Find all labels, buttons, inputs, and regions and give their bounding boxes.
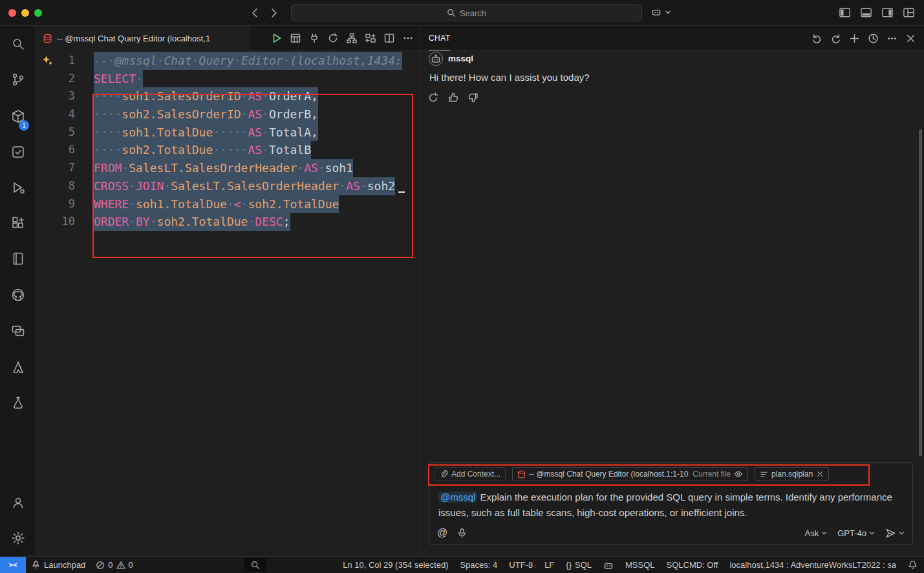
- notifications-bell-icon[interactable]: [908, 560, 918, 570]
- window-zoom-button[interactable]: [34, 9, 42, 17]
- eol-item[interactable]: LF: [544, 560, 554, 570]
- code-editor[interactable]: 1--·@mssql·Chat·Query·Editor·(localhost,…: [36, 51, 420, 556]
- mention-button[interactable]: @: [437, 527, 447, 539]
- remote-indicator[interactable]: ><: [0, 557, 26, 573]
- language-item[interactable]: {} SQL: [566, 560, 592, 570]
- layout-controls: [839, 6, 915, 19]
- remote-explorer-icon[interactable]: [10, 323, 26, 339]
- schema-icon[interactable]: [346, 32, 358, 44]
- search-command-center[interactable]: Search: [291, 5, 642, 21]
- search-label: Search: [460, 8, 486, 18]
- undo-icon[interactable]: [811, 33, 822, 44]
- code-text: SELECT·: [94, 70, 143, 88]
- braces-icon: {}: [566, 560, 572, 570]
- editor-tab[interactable]: -- @mssql Chat Query Editor (localhost,1: [36, 26, 250, 50]
- chat-tab-title[interactable]: CHAT: [429, 26, 450, 50]
- line-number: 2: [36, 70, 75, 88]
- search-icon: [447, 8, 456, 17]
- sqlcmd-status-item[interactable]: SQLCMD: Off: [667, 560, 718, 570]
- window-minimize-button[interactable]: [21, 9, 29, 17]
- ask-mode-dropdown[interactable]: Ask: [805, 528, 828, 538]
- mention-chip[interactable]: @mssql: [438, 492, 477, 503]
- thumbs-up-icon[interactable]: [447, 92, 459, 103]
- model-dropdown[interactable]: GPT-4o: [837, 528, 875, 538]
- customize-layout-icon[interactable]: [903, 6, 915, 19]
- navigate-back-icon[interactable]: [249, 6, 262, 19]
- navigate-forward-icon[interactable]: [267, 6, 280, 19]
- history-icon[interactable]: [868, 33, 879, 44]
- connection-status-item[interactable]: localhost,1434 : AdventureWorksLT2022 : …: [729, 560, 896, 570]
- launchpad-status-item[interactable]: Launchpad: [31, 560, 85, 570]
- status-search-button[interactable]: [244, 558, 266, 572]
- encoding-item[interactable]: UTF-8: [509, 560, 533, 570]
- mssql-avatar: [429, 52, 443, 66]
- chat-scrollbar[interactable]: [919, 129, 922, 456]
- ask-mode-label: Ask: [805, 528, 819, 538]
- database-file-icon: [43, 34, 52, 43]
- chat-input-toolbar: @ Ask GPT-4o: [429, 521, 912, 545]
- notebook-icon[interactable]: [10, 251, 26, 266]
- run-query-icon[interactable]: [271, 32, 283, 44]
- launchpad-rocket-icon: [31, 560, 41, 570]
- line-number: 10: [36, 213, 75, 231]
- toggle-panel-icon[interactable]: [860, 6, 872, 19]
- code-line-1[interactable]: 1--·@mssql·Chat·Query·Editor·(localhost,…: [36, 52, 420, 70]
- language-label: SQL: [575, 560, 592, 570]
- cursor-position-item[interactable]: Ln 10, Col 29 (354 selected): [343, 560, 448, 570]
- chat-panel-header: CHAT: [421, 26, 924, 50]
- regenerate-icon[interactable]: [427, 92, 439, 103]
- code-line-2[interactable]: 2SELECT·: [36, 70, 420, 88]
- accounts-icon[interactable]: [10, 495, 26, 510]
- azure-icon[interactable]: [10, 360, 26, 375]
- copilot-status-icon[interactable]: [603, 560, 614, 570]
- annotation-rectangle-code: [92, 94, 413, 258]
- chat-input-text[interactable]: @mssql Explain the execution plan for th…: [429, 485, 912, 521]
- copilot-menu-button[interactable]: [650, 6, 671, 19]
- github-icon[interactable]: [10, 287, 26, 303]
- activity-bar: 1: [0, 26, 36, 556]
- window-close-button[interactable]: [8, 9, 16, 17]
- new-chat-icon[interactable]: [849, 33, 860, 44]
- tasks-check-icon[interactable]: [10, 144, 26, 160]
- source-control-icon[interactable]: [10, 72, 26, 87]
- chevron-down-icon: [665, 9, 671, 16]
- activity-badge: 1: [19, 120, 29, 131]
- schema-compare-icon[interactable]: [365, 32, 376, 44]
- problems-status-item[interactable]: 0 0: [96, 560, 133, 570]
- tab-title: -- @mssql Chat Query Editor (localhost,1: [57, 34, 210, 43]
- code-text: --·@mssql·Chat·Query·Editor·(localhost,1…: [94, 52, 402, 70]
- send-button[interactable]: [885, 528, 905, 539]
- status-bar: >< Launchpad 0 0 Ln: [0, 556, 924, 573]
- microphone-icon[interactable]: [457, 528, 467, 539]
- thumbs-down-icon[interactable]: [467, 92, 479, 103]
- close-icon[interactable]: [905, 33, 916, 44]
- errors-count: 0: [108, 560, 113, 570]
- line-number: 4: [36, 105, 75, 124]
- toggle-secondary-sidebar-icon[interactable]: [881, 6, 894, 19]
- chat-message-text: Hi there! How can I assist you today?: [429, 72, 590, 83]
- redo-icon[interactable]: [830, 33, 841, 44]
- line-number: 6: [36, 141, 75, 159]
- more-actions-icon[interactable]: [886, 33, 897, 44]
- disconnect-plug-icon[interactable]: [308, 32, 320, 44]
- vscode-window: Search: [0, 0, 924, 573]
- toggle-sidebar-icon[interactable]: [839, 6, 851, 19]
- mssql-status-item[interactable]: MSSQL: [625, 560, 655, 570]
- warnings-count: 0: [129, 560, 133, 570]
- more-actions-icon[interactable]: [402, 32, 414, 44]
- status-bar-left: Launchpad 0 0: [31, 557, 133, 573]
- settings-gear-icon[interactable]: [10, 530, 26, 546]
- line-number: 9: [36, 195, 75, 213]
- search-activity-icon[interactable]: [10, 36, 26, 52]
- chat-message-author: mssql: [448, 54, 473, 63]
- estimated-plan-icon[interactable]: [327, 32, 339, 44]
- sql-projects-flask-icon[interactable]: [10, 395, 26, 411]
- title-bar: Search: [0, 0, 924, 26]
- editor-actions: [271, 26, 414, 50]
- extensions-icon[interactable]: [10, 215, 26, 231]
- warnings-icon: [116, 561, 125, 570]
- results-grid-icon[interactable]: [290, 32, 301, 44]
- indentation-item[interactable]: Spaces: 4: [460, 560, 497, 570]
- split-editor-icon[interactable]: [383, 32, 395, 44]
- run-and-debug-icon[interactable]: [10, 180, 26, 195]
